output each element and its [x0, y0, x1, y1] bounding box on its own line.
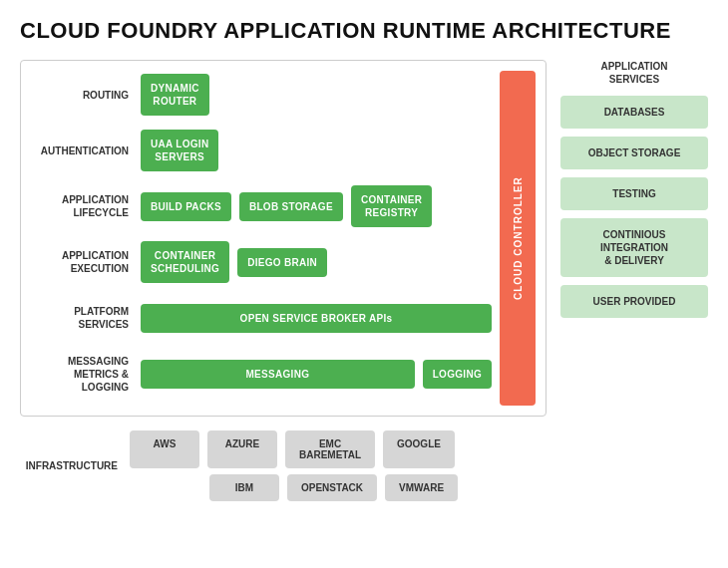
row-content: MESSAGINGLOGGING — [141, 360, 492, 389]
arch-row: APPLICATION LIFECYCLEBUILD PACKSBLOB STO… — [31, 182, 492, 230]
infrastructure-section: INFRASTRUCTURE AWSAZUREEMC BAREMETALGOOG… — [20, 430, 546, 501]
arch-row: ROUTINGDYNAMIC ROUTER — [31, 71, 492, 119]
row-content: CONTAINER SCHEDULINGDIEGO BRAIN — [141, 241, 492, 283]
page-title: CLOUD FOUNDRY APPLICATION RUNTIME ARCHIT… — [20, 18, 708, 44]
arch-row: APPLICATION EXECUTIONCONTAINER SCHEDULIN… — [31, 238, 492, 286]
arch-item-button[interactable]: DIEGO BRAIN — [237, 248, 327, 277]
infra-item[interactable]: VMWARE — [385, 474, 458, 501]
infra-label: INFRASTRUCTURE — [20, 459, 130, 472]
infra-item[interactable]: IBM — [209, 474, 279, 501]
row-content: OPEN SERVICE BROKER APIs — [141, 304, 492, 333]
arch-item-button[interactable]: DYNAMIC ROUTER — [141, 74, 209, 116]
architecture-box: ROUTINGDYNAMIC ROUTERAUTHENTICATIONUAA L… — [20, 60, 546, 417]
arch-rows-and-cc: ROUTINGDYNAMIC ROUTERAUTHENTICATIONUAA L… — [31, 71, 536, 406]
row-label: AUTHENTICATION — [31, 144, 141, 157]
row-label: ROUTING — [31, 89, 141, 102]
arch-item-button[interactable]: OPEN SERVICE BROKER APIs — [141, 304, 492, 333]
arch-item-button[interactable]: CONTAINER SCHEDULING — [141, 241, 229, 283]
row-content: DYNAMIC ROUTER — [141, 74, 492, 116]
cloud-controller-block: CLOUD CONTROLLER — [500, 71, 536, 406]
infra-item[interactable]: OPENSTACK — [287, 474, 377, 501]
right-panel: APPLICATION SERVICES DATABASESOBJECT STO… — [560, 60, 708, 326]
service-button[interactable]: TESTING — [560, 177, 708, 210]
service-button[interactable]: CONTINIOUS INTEGRATION & DELIVERY — [560, 218, 708, 277]
row-content: BUILD PACKSBLOB STORAGECONTAINER REGISTR… — [141, 185, 492, 227]
services-list: DATABASESOBJECT STORAGETESTINGCONTINIOUS… — [560, 96, 708, 318]
row-content: UAA LOGIN SERVERS — [141, 130, 492, 171]
arch-item-button[interactable]: BLOB STORAGE — [239, 192, 343, 221]
arch-item-button[interactable]: UAA LOGIN SERVERS — [141, 130, 218, 171]
right-panel-title: APPLICATION SERVICES — [560, 60, 708, 86]
main-layout: ROUTINGDYNAMIC ROUTERAUTHENTICATIONUAA L… — [20, 60, 708, 509]
row-label: MESSAGING METRICS & LOGGING — [31, 355, 141, 394]
infra-row-2: IBMOPENSTACKVMWARE — [209, 474, 458, 501]
infra-row: INFRASTRUCTURE AWSAZUREEMC BAREMETALGOOG… — [20, 430, 546, 501]
row-label: APPLICATION EXECUTION — [31, 249, 141, 275]
service-button[interactable]: USER PROVIDED — [560, 285, 708, 318]
arch-item-button[interactable]: CONTAINER REGISTRY — [351, 185, 432, 227]
arch-item-button[interactable]: MESSAGING — [141, 360, 415, 389]
row-label: APPLICATION LIFECYCLE — [31, 193, 141, 219]
rows-area: ROUTINGDYNAMIC ROUTERAUTHENTICATIONUAA L… — [31, 71, 492, 406]
row-label: PLATFORM SERVICES — [31, 305, 141, 331]
infra-item[interactable]: GOOGLE — [383, 430, 455, 468]
cc-container: CLOUD CONTROLLER — [500, 71, 536, 406]
infra-item[interactable]: AWS — [130, 430, 199, 468]
service-button[interactable]: OBJECT STORAGE — [560, 137, 708, 169]
arch-row: PLATFORM SERVICESOPEN SERVICE BROKER API… — [31, 294, 492, 342]
left-panel: ROUTINGDYNAMIC ROUTERAUTHENTICATIONUAA L… — [20, 60, 546, 509]
infra-content: AWSAZUREEMC BAREMETALGOOGLEIBMOPENSTACKV… — [130, 430, 458, 501]
arch-row: MESSAGING METRICS & LOGGINGMESSAGINGLOGG… — [31, 350, 492, 398]
infra-item[interactable]: EMC BAREMETAL — [285, 430, 375, 468]
service-button[interactable]: DATABASES — [560, 96, 708, 129]
arch-item-button[interactable]: LOGGING — [423, 360, 492, 389]
arch-item-button[interactable]: BUILD PACKS — [141, 192, 231, 221]
arch-row: AUTHENTICATIONUAA LOGIN SERVERS — [31, 127, 492, 174]
infra-item[interactable]: AZURE — [207, 430, 277, 468]
infra-row-1: AWSAZUREEMC BAREMETALGOOGLE — [130, 430, 458, 468]
